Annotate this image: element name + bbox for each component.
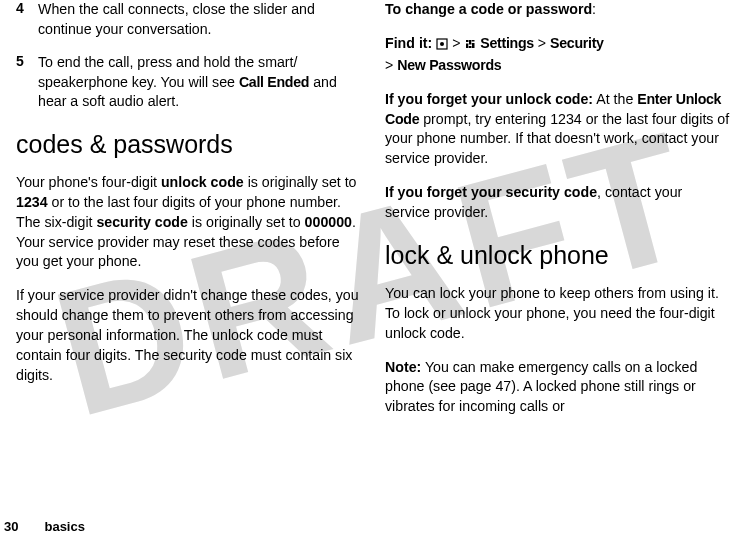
text: You can make emergency calls on a locked… (385, 359, 697, 415)
section-name: basics (44, 519, 84, 534)
unlock-code-label: unlock code (161, 174, 244, 190)
page-number: 30 (4, 519, 18, 534)
text: is originally set to (244, 174, 357, 190)
step-5: 5 To end the call, press and hold the sm… (16, 53, 361, 112)
sep: > (448, 35, 464, 51)
text: is originally set to (188, 214, 305, 230)
step-text: When the call connects, close the slider… (38, 0, 361, 39)
svg-rect-4 (472, 40, 475, 48)
find-it-path: Find it: > Settings > Security> New Pass… (385, 34, 730, 76)
center-key-icon (436, 36, 448, 56)
change-code-label: To change a code or password (385, 1, 592, 17)
paragraph-lock-phone: You can lock your phone to keep others f… (385, 284, 730, 344)
page-footer: 30basics (4, 519, 85, 534)
note-label: Note: (385, 359, 421, 375)
sep: > (534, 35, 550, 51)
colon: : (592, 1, 596, 17)
settings-icon (464, 36, 476, 56)
menu-security: Security (550, 35, 604, 51)
text: At the (593, 91, 637, 107)
step-number: 5 (16, 53, 38, 112)
default-security: 000000 (305, 214, 352, 230)
page-content: 4 When the call connects, close the slid… (0, 0, 752, 431)
security-code-label: security code (96, 214, 187, 230)
step-text: To end the call, press and hold the smar… (38, 53, 361, 112)
svg-rect-3 (469, 40, 472, 48)
left-column: 4 When the call connects, close the slid… (4, 0, 373, 431)
sep: > (385, 57, 397, 73)
step-number: 4 (16, 0, 38, 39)
heading-lock-unlock: lock & unlock phone (385, 241, 730, 270)
heading-codes-passwords: codes & passwords (16, 130, 361, 159)
menu-new-passwords: New Passwords (397, 57, 501, 73)
svg-rect-5 (466, 42, 470, 44)
forgot-security-label: If you forget your security code (385, 184, 597, 200)
default-unlock: 1234 (16, 194, 48, 210)
right-column: To change a code or password: Find it: >… (373, 0, 742, 431)
forgot-unlock-label: If you forget your unlock code: (385, 91, 593, 107)
text: Your phone's four-digit (16, 174, 161, 190)
forgot-security-para: If you forget your security code, contac… (385, 183, 730, 223)
menu-settings: Settings (480, 35, 534, 51)
find-it-label: Find it: (385, 35, 436, 51)
svg-point-1 (440, 42, 444, 46)
change-code-line: To change a code or password: (385, 0, 730, 20)
text: prompt, try entering 1234 or the last fo… (385, 111, 729, 167)
svg-rect-6 (469, 44, 473, 46)
call-ended-label: Call Ended (239, 74, 309, 90)
forgot-unlock-para: If you forget your unlock code: At the E… (385, 90, 730, 170)
paragraph-unlock-code: Your phone's four-digit unlock code is o… (16, 173, 361, 272)
svg-rect-2 (466, 40, 469, 48)
svg-rect-7 (472, 41, 476, 43)
paragraph-note: Note: You can make emergency calls on a … (385, 358, 730, 418)
paragraph-change-codes: If your service provider didn't change t… (16, 286, 361, 385)
step-4: 4 When the call connects, close the slid… (16, 0, 361, 39)
